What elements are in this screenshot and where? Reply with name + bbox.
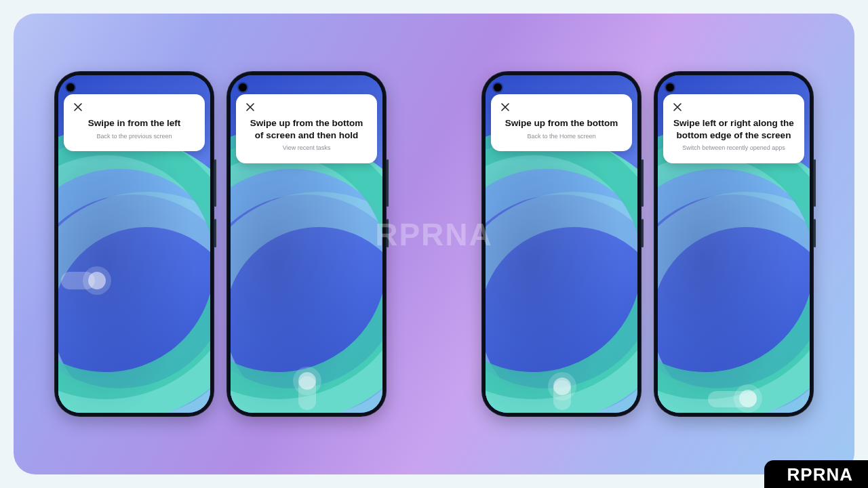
phone-mockup: Swipe left or right along the bottom edg…: [654, 71, 814, 417]
close-button[interactable]: [245, 102, 255, 112]
phone-screen: Swipe left or right along the bottom edg…: [658, 75, 810, 413]
phone-screen: Swipe up from the bottom Back to the Hom…: [486, 75, 637, 413]
gesture-subtitle: View recent tasks: [245, 144, 368, 152]
gesture-title: Swipe left or right along the bottom edg…: [673, 117, 795, 141]
close-button[interactable]: [673, 102, 682, 112]
volume-button: [642, 159, 644, 207]
gesture-title: Swipe in from the left: [73, 117, 195, 129]
volume-button: [214, 159, 216, 207]
touch-indicator: [553, 378, 571, 395]
phone-mockup: Swipe up from the bottom Back to the Hom…: [481, 71, 642, 417]
touch-indicator: [739, 390, 757, 407]
watermark-center: RPRNA: [375, 216, 493, 253]
phone-pair-left: Swipe in from the left Back to the previ…: [54, 71, 387, 417]
touch-indicator: [298, 372, 316, 390]
close-icon: [246, 103, 254, 111]
punch-hole-camera: [666, 83, 674, 92]
close-button[interactable]: [500, 102, 510, 112]
power-button: [814, 219, 816, 247]
close-icon: [501, 103, 509, 111]
gesture-title: Swipe up from the bottom of screen and t…: [245, 117, 368, 141]
volume-button: [814, 159, 816, 207]
touch-indicator: [88, 272, 106, 289]
close-button[interactable]: [73, 102, 83, 112]
gesture-card: Swipe up from the bottom of screen and t…: [236, 94, 377, 163]
close-icon: [673, 103, 682, 111]
punch-hole-camera: [494, 83, 502, 92]
gesture-card: Swipe in from the left Back to the previ…: [64, 94, 205, 151]
punch-hole-camera: [239, 83, 247, 92]
gesture-title: Swipe up from the bottom: [500, 117, 623, 129]
phone-screen: Swipe in from the left Back to the previ…: [58, 75, 210, 413]
gesture-subtitle: Back to the Home screen: [500, 133, 623, 141]
power-button: [387, 219, 389, 247]
power-button: [214, 219, 216, 247]
gesture-subtitle: Switch between recently opened apps: [673, 144, 795, 152]
volume-button: [387, 159, 389, 207]
phone-mockup: Swipe up from the bottom of screen and t…: [226, 71, 387, 417]
gesture-subtitle: Back to the previous screen: [73, 133, 195, 141]
phone-screen: Swipe up from the bottom of screen and t…: [231, 75, 382, 413]
gesture-card: Swipe left or right along the bottom edg…: [663, 94, 804, 163]
phone-pair-right: Swipe up from the bottom Back to the Hom…: [481, 71, 814, 417]
phone-mockup: Swipe in from the left Back to the previ…: [54, 71, 214, 417]
power-button: [642, 219, 644, 247]
close-icon: [74, 103, 82, 111]
watermark-corner: RPRNA: [764, 460, 868, 488]
gesture-card: Swipe up from the bottom Back to the Hom…: [491, 94, 632, 151]
promo-canvas: Swipe in from the left Back to the previ…: [14, 14, 854, 474]
punch-hole-camera: [66, 83, 75, 92]
